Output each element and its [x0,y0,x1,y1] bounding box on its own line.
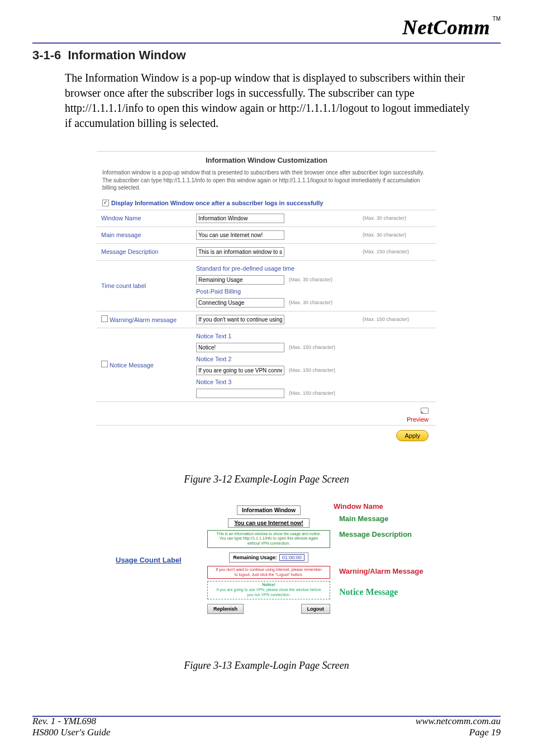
notice3-hint: (Max. 150 character) [289,390,367,396]
popup-description: This is an information window to show th… [207,530,330,548]
annotation-window-name: Window Name [334,502,383,511]
annotation-main-message: Main Message [339,514,388,523]
notice3-label: Notice Text 3 [196,377,432,386]
popup-desc-line3: without VPN connection. [248,541,290,545]
main-message-label: Main message [97,226,192,243]
popup-button-row: Replenish Logout [207,604,330,614]
header-logo-row: NetCommTM [32,16,501,39]
notice3-input[interactable] [196,389,284,398]
warning-label: Warning/Alarm message [110,316,177,323]
footer-url: www.netcomm.com.au [416,716,501,727]
logout-button[interactable]: Logout [301,604,331,614]
standard-usage-text: Standard for pre-defined usage time [196,264,432,273]
info-window-panel: Information Window Customization Informa… [97,151,436,447]
window-name-input[interactable] [196,214,284,223]
figure-3-13-caption: Figure 3-13 Example-Login Page Screen [32,660,501,672]
notice2-hint: (Max. 150 character) [289,367,367,373]
apply-button[interactable]: Apply [396,430,429,441]
notice2-label: Notice Text 2 [196,355,432,363]
annotation-usage-count: Usage Count Label [116,556,182,564]
section-number: 3-1-6 [32,48,61,63]
notice-checkbox[interactable] [101,361,108,367]
remaining-usage-input[interactable] [196,275,284,285]
footer-page: Page 19 [416,727,501,738]
popup-notice-line2: you run VPN connection. [247,593,290,597]
popup-desc-line2: You can type http://1.1.1.1/info to open… [220,536,318,540]
warning-input[interactable] [196,315,284,324]
preview-row: Preview [97,401,436,425]
message-desc-label: Message Description [97,243,192,260]
notice2-input[interactable] [196,366,284,375]
notice-label: Notice Message [110,362,154,368]
notice1-hint: (Max. 150 character) [289,344,367,350]
figure-3-12-caption: Figure 3-12 Example-Login Page Screen [32,474,501,485]
footer-guide: HS800 User's Guide [32,727,111,738]
notice1-label: Notice Text 1 [196,332,432,341]
connecting-usage-input[interactable] [196,298,284,308]
form-table: Window Name (Max. 30 character) Main mes… [97,210,436,401]
popup-remaining-time: 01:00:00 [279,554,304,561]
apply-row: Apply [97,425,436,447]
panel-description: Information window is a pop-up window th… [97,168,436,197]
annotation-warning: Warning/Alarm Message [339,567,423,575]
popup-desc-line1: This is an information window to show th… [217,532,321,536]
header-rule [32,42,501,44]
popup-warning: If you don't want to continue using Inte… [207,566,330,579]
warning-hint: (Max. 150 character) [358,311,436,328]
brand-logo: NetComm [403,16,491,39]
window-name-hint: (Max. 30 character) [358,210,436,226]
popup-remaining-label: Remaining Usage: [233,555,277,560]
warning-checkbox[interactable] [101,315,108,322]
trademark: TM [493,16,501,22]
popup-title: Information Window [237,505,301,515]
popup-notice-title: Notice! [209,583,329,588]
section-title: Information Window [68,48,185,63]
window-name-label: Window Name [97,210,192,226]
main-message-hint: (Max. 30 character) [358,226,436,243]
popup-warn-line1: If you don't want to continue using Inte… [216,568,322,571]
footer-revision: Rev. 1 - YML698 [32,716,111,727]
display-checkbox-row[interactable]: ✓ Display Information Window once after … [97,197,436,210]
connecting-usage-hint: (Max. 30 character) [289,300,367,305]
notice1-input[interactable] [196,343,284,352]
annotation-notice: Notice Message [339,587,398,597]
popup-annotated-mock: Information Window You can use Internet … [110,502,423,631]
checkbox-icon[interactable]: ✓ [102,200,109,206]
section-heading: 3-1-6 Information Window [32,48,501,63]
time-count-label: Time count label [97,260,192,311]
page-footer: Rev. 1 - YML698 HS800 User's Guide www.n… [32,716,501,738]
message-desc-input[interactable] [196,247,284,257]
section-paragraph: The Information Window is a pop-up windo… [65,70,478,131]
display-checkbox-label: Display Information Window once after a … [111,200,323,206]
popup-notice: Notice! If you are going to use VPN, ple… [207,581,330,599]
popup-notice-line1: If you are going to use VPN, please clos… [216,588,321,592]
replenish-button[interactable]: Replenish [207,604,244,614]
message-desc-hint: (Max. 150 character) [358,243,436,260]
main-message-input[interactable] [196,230,284,240]
panel-title: Information Window Customization [97,152,436,168]
remaining-usage-hint: (Max. 30 character) [289,277,367,282]
preview-link[interactable]: Preview [407,416,429,423]
popup-window: Information Window You can use Internet … [204,504,334,614]
popup-main-message: You can use Internet now! [228,518,310,528]
popup-remaining-usage: Remaining Usage: 01:00:00 [229,552,308,563]
preview-icon[interactable] [421,408,429,414]
annotation-message-desc: Message Description [339,530,412,538]
postpaid-billing-text: Post-Paid Billing [196,287,432,296]
popup-warn-line2: to logout. Just click the "Logout" butto… [235,573,303,577]
